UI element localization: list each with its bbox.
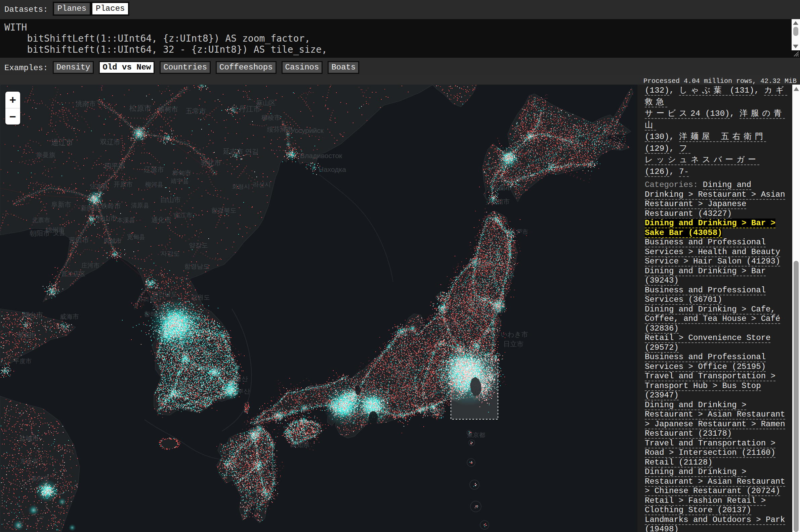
svg-text:사리원시: 사리원시 (137, 296, 161, 303)
svg-text:라선시: 라선시 (253, 181, 271, 188)
svg-text:宽甸县: 宽甸县 (127, 234, 145, 240)
svg-text:浜松市: 浜松市 (424, 407, 445, 415)
svg-text:通化市: 通化市 (151, 216, 171, 224)
svg-text:室蘭市: 室蘭市 (493, 184, 512, 191)
svg-text:전라남도: 전라남도 (164, 381, 188, 388)
svg-text:秋田市: 秋田市 (472, 261, 490, 267)
svg-text:锦州市: 锦州市 (46, 227, 65, 234)
svg-text:威海市: 威海市 (60, 313, 79, 320)
svg-text:苫小牧市: 苫小牧市 (502, 175, 528, 183)
svg-text:Владивосток: Владивосток (300, 152, 342, 159)
svg-text:榆树市: 榆树市 (158, 106, 178, 113)
svg-text:普兰店区: 普兰店区 (61, 270, 85, 277)
svg-text:양강도: 양강도 (189, 242, 208, 249)
svg-text:東京都: 東京都 (467, 432, 485, 438)
svg-text:铁岭市: 铁岭市 (101, 202, 121, 209)
svg-text:米沢市: 米沢市 (481, 307, 499, 314)
svg-text:자강도: 자강도 (161, 250, 180, 257)
svg-text:Находка: Находка (319, 166, 346, 173)
svg-text:营口市: 营口市 (69, 236, 89, 244)
svg-text:개성시: 개성시 (152, 303, 170, 309)
svg-text:白山市: 白山市 (161, 196, 181, 204)
svg-text:경상북도: 경상북도 (203, 364, 227, 371)
svg-text:延吉市 연길: 延吉市 연길 (223, 148, 259, 155)
svg-text:鞍山市: 鞍山市 (97, 214, 117, 222)
svg-text:平度市: 平度市 (14, 358, 32, 364)
svg-text:本溪县: 本溪县 (117, 217, 135, 224)
svg-text:临江市: 临江市 (174, 212, 192, 218)
svg-text:凤城市: 凤城市 (104, 238, 122, 244)
svg-text:开原市: 开原市 (113, 181, 133, 188)
svg-text:五常市: 五常市 (186, 108, 206, 115)
svg-text:함경북도: 함경북도 (211, 207, 237, 214)
svg-text:柳河县: 柳河县 (145, 181, 163, 188)
svg-text:敦化市: 敦化市 (201, 159, 221, 167)
svg-text:洮南市: 洮南市 (76, 100, 96, 108)
svg-text:松原市: 松原市 (129, 104, 151, 112)
svg-text:北票市: 北票市 (32, 217, 50, 224)
svg-text:清原县: 清原县 (131, 202, 149, 209)
svg-text:桦甸市: 桦甸市 (172, 170, 191, 176)
svg-text:八戸市: 八戸市 (510, 229, 528, 235)
svg-text:穆棱市: 穆棱市 (261, 114, 280, 121)
svg-text:四平市: 四平市 (104, 162, 125, 170)
svg-text:황해남도: 황해남도 (144, 310, 169, 318)
svg-text:函館市: 函館市 (491, 198, 510, 205)
svg-text:新民市: 新民市 (80, 205, 100, 212)
svg-text:충청남도: 충청남도 (184, 344, 208, 350)
svg-text:庄河市: 庄河市 (81, 262, 99, 269)
svg-text:辽源市: 辽源市 (144, 166, 164, 173)
svg-text:부산: 부산 (237, 388, 250, 395)
svg-text:奈曼旗: 奈曼旗 (36, 151, 55, 158)
svg-text:강원도: 강원도 (191, 294, 210, 301)
svg-text:회령시: 회령시 (232, 183, 250, 190)
svg-text:金沢市: 金沢市 (396, 330, 415, 337)
svg-text:いわき市: いわき市 (501, 330, 528, 338)
svg-text:靖宇县: 靖宇县 (171, 178, 189, 185)
svg-text:高知県: 高知県 (290, 441, 309, 449)
svg-text:泰兴市: 泰兴市 (31, 475, 49, 482)
svg-text:东台市: 东台市 (20, 458, 38, 464)
svg-text:莱西市: 莱西市 (17, 332, 36, 339)
svg-text:烟台市: 烟台市 (23, 311, 43, 319)
svg-text:双辽市: 双辽市 (100, 138, 120, 146)
svg-text:北見市: 北見市 (560, 138, 579, 145)
svg-text:함경남도: 함경남도 (184, 263, 210, 270)
svg-text:日立市: 日立市 (503, 340, 524, 348)
svg-text:盐城市: 盐城市 (19, 435, 39, 442)
svg-text:牡丹江市: 牡丹江市 (231, 105, 261, 113)
svg-text:阜新市: 阜新市 (51, 201, 71, 208)
svg-text:울산: 울산 (235, 375, 248, 382)
svg-text:Уссурийск: Уссурийск (291, 127, 324, 134)
svg-text:鳥取市: 鳥取市 (308, 385, 328, 392)
svg-text:法库县: 法库县 (90, 183, 108, 190)
svg-text:上越市: 上越市 (437, 321, 457, 328)
svg-text:绥芬河市: 绥芬河市 (267, 126, 293, 133)
svg-text:通辽市: 通辽市 (51, 138, 73, 147)
